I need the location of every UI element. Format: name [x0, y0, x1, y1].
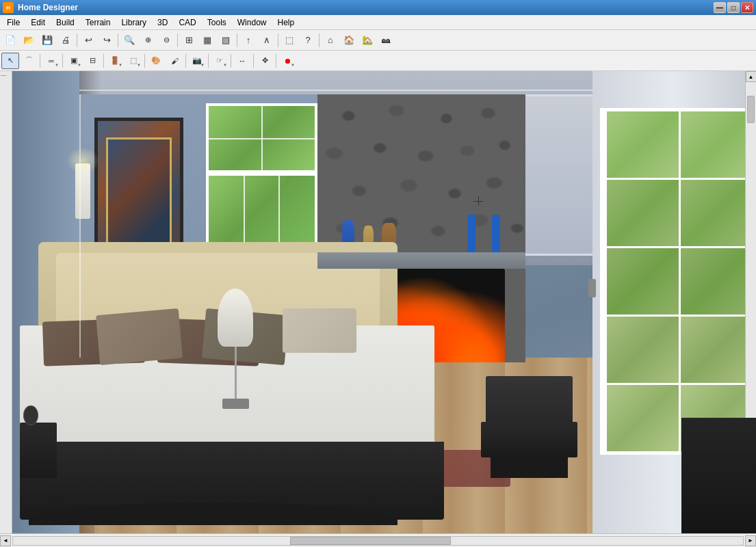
menu-cad[interactable]: CAD	[173, 15, 201, 29]
record-button[interactable]: ⏺	[278, 53, 296, 69]
crown-molding-left	[79, 94, 81, 358]
menu-file[interactable]: File	[1, 15, 25, 29]
door-pane-8	[681, 317, 753, 383]
toolbar2-sep-1	[40, 54, 40, 68]
toolbar2-sep-3	[103, 54, 104, 68]
wall-sconce-left	[75, 163, 90, 219]
menu-help[interactable]: Help	[272, 15, 300, 29]
scroll-left-arrow[interactable]: ◄	[0, 535, 11, 546]
menu-tools[interactable]: Tools	[202, 15, 232, 29]
app-icon: H	[3, 2, 14, 13]
bottom-bar: ◄ ►	[0, 533, 756, 547]
menu-3d[interactable]: 3D	[152, 15, 173, 29]
dimension-tool-button[interactable]: ↔	[233, 53, 251, 69]
toolbar2-sep-4	[144, 54, 145, 68]
candle-right	[492, 215, 500, 252]
v-scroll-thumb[interactable]	[747, 96, 755, 123]
chair-legs	[491, 457, 568, 478]
hand-tool-button[interactable]: ☞	[211, 53, 229, 69]
help-button[interactable]: ?	[299, 32, 317, 49]
chair-seat	[481, 422, 577, 457]
toolbar-sep-3	[177, 34, 178, 47]
door-pane-1	[607, 111, 679, 178]
h-scroll-track[interactable]	[12, 536, 744, 546]
minimize-button[interactable]: —	[714, 2, 726, 13]
nightstand	[20, 423, 57, 478]
door-tool-button[interactable]: 🚪	[106, 53, 124, 69]
menu-window[interactable]: Window	[232, 15, 272, 29]
material-tool-button[interactable]: 🎨	[147, 53, 165, 69]
window-small-top	[206, 103, 317, 172]
fit-view-button[interactable]: ⊞	[180, 32, 198, 49]
toolbar2-sep-2	[62, 54, 63, 68]
new-button[interactable]: 📄	[1, 32, 19, 49]
open-button[interactable]: 📂	[20, 32, 38, 49]
house2-button[interactable]: 🏠	[340, 32, 358, 49]
grid-view1-button[interactable]: ▦	[198, 32, 216, 49]
lamp-stem	[235, 347, 237, 399]
terrain-box-button[interactable]: ⬚	[281, 32, 298, 49]
crown-molding-top	[79, 90, 592, 91]
redo-button[interactable]: ↪	[98, 32, 116, 49]
move-tool-button[interactable]: ✥	[256, 53, 274, 69]
door-pane-3	[607, 180, 679, 246]
menu-edit[interactable]: Edit	[25, 15, 51, 29]
window-title: Home Designer	[18, 3, 78, 12]
crosshair-cursor	[473, 196, 483, 206]
door-pane-4	[681, 180, 753, 246]
menu-library[interactable]: Library	[116, 15, 152, 29]
toolbar2-sep-8	[253, 54, 254, 68]
up-arrow-button[interactable]: ↑	[239, 32, 257, 49]
armchair-right	[681, 418, 756, 533]
armchair	[481, 376, 577, 478]
fireplace-mantle	[317, 252, 525, 269]
undo-button[interactable]: ↩	[79, 32, 97, 49]
arc-tool-button[interactable]: ⌒	[20, 53, 38, 69]
wall-tool-button[interactable]: ═	[42, 53, 60, 69]
maximize-button[interactable]: □	[727, 2, 740, 13]
room-tool-button[interactable]: ▣	[65, 53, 83, 69]
menu-build[interactable]: Build	[51, 15, 80, 29]
scroll-up-arrow[interactable]: ▲	[746, 71, 757, 82]
cursor-vertical	[478, 196, 479, 206]
toolbar-sep-1	[77, 34, 77, 47]
house4-button[interactable]: 🏘	[377, 32, 395, 49]
toolbar-sep-4	[237, 34, 237, 47]
zoom-out-button[interactable]: ⊖	[157, 32, 175, 49]
door-handle	[588, 279, 596, 297]
menu-bar: File Edit Build Terrain Library 3D CAD T…	[0, 15, 756, 30]
save-button[interactable]: 💾	[38, 32, 56, 49]
toolbar-sep-2	[118, 34, 118, 47]
door-pane-9	[607, 385, 679, 451]
select-tool-button[interactable]: ↖	[1, 53, 19, 69]
peak-button[interactable]: ∧	[258, 32, 276, 49]
close-button[interactable]: ✕	[741, 2, 753, 13]
sconce-light-glow	[66, 147, 99, 175]
title-bar-left: H Home Designer	[3, 2, 78, 13]
menu-terrain[interactable]: Terrain	[80, 15, 116, 29]
window-tool-button[interactable]: ⬚	[125, 53, 142, 69]
left-ruler: │	[0, 71, 12, 533]
print-button[interactable]: 🖨	[57, 32, 75, 49]
house3-button[interactable]: 🏡	[359, 32, 376, 49]
stair-tool-button[interactable]: ⊟	[83, 53, 101, 69]
title-bar-controls[interactable]: — □ ✕	[714, 2, 753, 13]
scroll-right-arrow[interactable]: ►	[745, 535, 756, 546]
grid-view2-button[interactable]: ▧	[217, 32, 235, 49]
toolbar2-sep-9	[276, 54, 276, 68]
zoom-in-button[interactable]: ⊕	[139, 32, 157, 49]
toolbar-2: ↖ ⌒ ═ ▣ ⊟ 🚪 ⬚ 🎨 🖌 📷 ☞ ↔ ✥ ⏺	[0, 51, 756, 71]
alarm-clock	[23, 405, 38, 425]
door-pane-2	[681, 111, 753, 178]
camera-tool-button[interactable]: 📷	[188, 53, 206, 69]
canvas-area[interactable]: ▲ ▼	[12, 71, 756, 533]
paint-tool-button[interactable]: 🖌	[166, 53, 183, 69]
zoom-reset-button[interactable]: 🔍	[120, 32, 138, 49]
house1-button[interactable]: ⌂	[322, 32, 339, 49]
h-scroll-thumb[interactable]	[290, 537, 451, 545]
lamp-shade	[218, 289, 253, 347]
toolbar2-sep-6	[208, 54, 209, 68]
door-pane-6	[681, 248, 753, 315]
pillow-medium-left	[96, 308, 183, 364]
toolbar-sep-6	[319, 34, 320, 47]
